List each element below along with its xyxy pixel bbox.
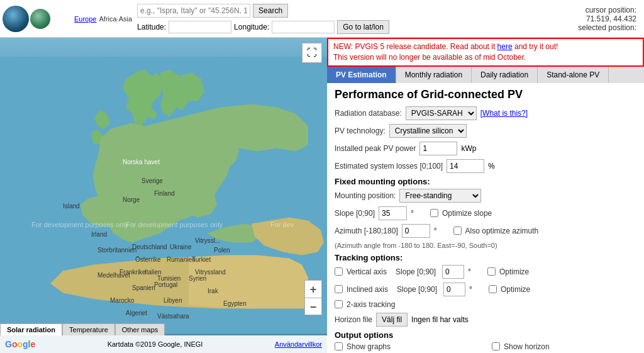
inclined-axis-label: Inclined axis (347, 285, 388, 294)
alert-text1: NEW: PVGIS 5 release candidate. Read abo… (333, 42, 497, 51)
alert-link1[interactable]: here (497, 42, 513, 51)
svg-text:Island: Island (63, 203, 80, 210)
search-area: Search Latitude: Longitude: Go to lat/lo… (132, 4, 573, 34)
slope-v-label: Slope [0;90] (396, 267, 436, 276)
svg-text:Norge: Norge (123, 196, 140, 203)
two-axis-label: 2-axis tracking (347, 300, 395, 309)
what-is-this-link[interactable]: [What is this?] (480, 109, 528, 118)
africa-globe-icon (30, 9, 50, 29)
zoom-controls: + − (304, 280, 322, 315)
tab-other-maps[interactable]: Other maps (115, 323, 165, 335)
tab-pv-estimation[interactable]: PV Estimation (327, 67, 396, 83)
pv-tech-select[interactable]: Crystalline silicon CIS CdTe (389, 124, 467, 138)
search-input[interactable] (137, 4, 250, 18)
region-links: Europe Africa·Asia (74, 15, 132, 23)
goto-button[interactable]: Go to lat/lon (337, 20, 389, 34)
slope-input[interactable] (379, 206, 407, 220)
top-bar: Europe Africa·Asia Search Latitude: Long… (0, 0, 644, 38)
azimuth-unit: ° (434, 227, 437, 235)
svg-text:Syrien: Syrien (189, 275, 206, 282)
mounting-pos-label: Mounting position: (335, 191, 396, 200)
zoom-in-button[interactable]: + (304, 280, 322, 298)
vertical-axis-row: Vertical axis Slope [0;90] ° Optimize (335, 265, 636, 279)
map-copyright: Kartdata ©2019 Google, INEGI (108, 340, 203, 348)
radiation-db-select[interactable]: PVGIS-SARAH PVGIS-CFSR (406, 106, 477, 120)
tracking-title: Tracking options: (335, 253, 636, 262)
europe-globe-icon (3, 6, 29, 32)
slope-v-input[interactable] (442, 265, 464, 279)
two-axis-checkbox[interactable] (335, 300, 343, 308)
mounting-pos-row: Mounting position: Free-standing Buildin… (335, 189, 636, 203)
vertical-axis-checkbox[interactable] (335, 267, 343, 276)
svg-text:Finland: Finland (154, 190, 175, 197)
system-losses-label: Estimated system losses [0;100] (335, 162, 443, 171)
horizon-file-button[interactable]: Välj fil (376, 313, 408, 327)
show-graphs-checkbox[interactable] (335, 342, 343, 350)
mounting-pos-select[interactable]: Free-standing Building integrated (399, 189, 481, 203)
installed-peak-input[interactable] (419, 142, 457, 155)
map-svg[interactable]: For development purposes only For develo… (0, 38, 327, 353)
map-expand-button[interactable]: ⛶ (302, 43, 322, 63)
europe-link[interactable]: Europe (74, 15, 96, 23)
svg-text:Turkiet: Turkiet (192, 256, 211, 263)
system-losses-row: Estimated system losses [0;100] % (335, 159, 636, 173)
alert-text2: and try it out! (513, 42, 558, 51)
svg-text:Libyen: Libyen (164, 297, 182, 304)
svg-text:Irak: Irak (208, 288, 219, 294)
show-horizon-checkbox[interactable] (492, 342, 500, 350)
latitude-input[interactable] (169, 21, 231, 33)
show-horizon-label: Show horizon (504, 342, 550, 351)
inclined-axis-row: Inclined axis Slope [0;90] ° Optimize (335, 283, 636, 296)
lon-label: Longitude: (234, 23, 269, 31)
optimize-v-checkbox[interactable] (487, 267, 496, 276)
azimuth-input[interactable] (402, 224, 430, 238)
optimize-v-label: Optimize (499, 267, 529, 276)
right-panel: NEW: PVGIS 5 release candidate. Read abo… (327, 38, 644, 353)
svg-text:Sverige: Sverige (142, 177, 163, 184)
content-area: Performance of Grid-connected PV Radiati… (327, 83, 644, 353)
svg-text:Algeriet: Algeriet (126, 310, 147, 317)
svg-text:Norska havet: Norska havet (123, 159, 160, 165)
zoom-out-button[interactable]: − (304, 298, 322, 315)
tab-standalone-pv[interactable]: Stand-alone PV (538, 67, 609, 83)
slope-v-unit: ° (468, 267, 471, 276)
search-button[interactable]: Search (253, 4, 288, 18)
map-panel: For development purposes only For develo… (0, 38, 327, 353)
svg-text:Polen: Polen (214, 247, 230, 254)
show-horizon-row: Show horizon (492, 342, 636, 351)
slope-i-unit: ° (469, 285, 472, 294)
horizon-file-row: Horizon file Välj fil Ingen fil har valt… (335, 313, 636, 327)
fixed-mount-title: Fixed mounting options: (335, 177, 636, 186)
tab-solar-radiation[interactable]: Solar radiation (0, 323, 62, 335)
show-graphs-label: Show graphs (347, 342, 391, 351)
slope-label: Slope [0;90] (335, 209, 375, 218)
slope-i-input[interactable] (443, 283, 465, 296)
map-bottom-bar: Google Kartdata ©2019 Google, INEGI Anvä… (0, 335, 327, 353)
svg-text:Ukraine: Ukraine (170, 244, 192, 250)
optimize-slope-label: Optimize slope (442, 209, 492, 218)
tab-monthly-radiation[interactable]: Monthly radiation (396, 67, 472, 83)
system-losses-input[interactable] (447, 159, 484, 173)
also-optimize-azimuth-label: Also optimize azimuth (465, 227, 539, 235)
pv-tech-label: PV technology: (335, 126, 386, 135)
optimize-i-label: Optimize (501, 285, 530, 294)
radiation-db-row: Radiation database: PVGIS-SARAH PVGIS-CF… (335, 106, 636, 120)
installed-peak-label: Installed peak PV power (335, 144, 416, 153)
svg-text:Marocko: Marocko (110, 297, 135, 304)
svg-text:Österrike: Österrike (135, 256, 161, 263)
optimize-i-checkbox[interactable] (489, 285, 497, 293)
longitude-input[interactable] (272, 21, 335, 33)
installed-peak-unit: kWp (461, 144, 476, 153)
slope-i-label: Slope [0;90] (397, 285, 437, 294)
alert-banner: NEW: PVGIS 5 release candidate. Read abo… (327, 38, 644, 67)
also-optimize-azimuth-checkbox[interactable] (453, 227, 462, 235)
map-terms-link[interactable]: Användarvillkor (275, 340, 322, 348)
map-tabs: Solar radiation Temperature Other maps (0, 323, 165, 335)
svg-text:Vitryssl...: Vitryssl... (195, 237, 220, 244)
tab-temperature[interactable]: Temperature (62, 323, 115, 335)
slope-unit: ° (411, 209, 414, 218)
optimize-slope-checkbox[interactable] (430, 209, 438, 217)
inclined-axis-checkbox[interactable] (335, 285, 343, 293)
svg-text:Tunisien: Tunisien (157, 275, 180, 282)
tab-daily-radiation[interactable]: Daily radiation (472, 67, 538, 83)
